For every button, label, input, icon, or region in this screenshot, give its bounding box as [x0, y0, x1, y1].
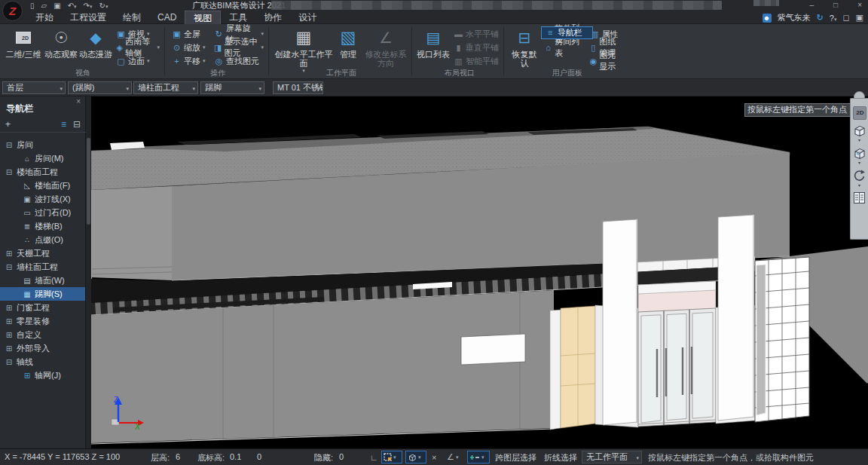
tab-cad[interactable]: CAD: [149, 11, 185, 24]
tab-project-settings[interactable]: 工程设置: [62, 11, 115, 24]
polyline-select[interactable]: 折线选择: [544, 452, 577, 463]
menu-pan[interactable]: +平移▾: [169, 54, 211, 68]
tab-collaborate[interactable]: 协作: [255, 11, 290, 24]
new-file-icon[interactable]: ▯: [30, 1, 35, 11]
tree-item-wall-surface[interactable]: ▤墙面(W): [0, 274, 85, 287]
model-viewport[interactable]: Z X: [91, 96, 868, 448]
button-manage-workplane[interactable]: ▧ 管理: [335, 24, 362, 59]
sidebar-scrollbar[interactable]: [86, 96, 91, 448]
viewport-list-button[interactable]: [853, 191, 866, 204]
tree-item-floor-surface[interactable]: ◺楼地面(F): [0, 179, 85, 192]
panel-close-icon[interactable]: ×: [76, 97, 81, 106]
collapse-icon[interactable]: ⊞: [5, 331, 14, 339]
tree-item-accent[interactable]: ∴点缀(O): [0, 233, 85, 246]
save-icon[interactable]: ▣: [53, 1, 60, 11]
tree-group-custom[interactable]: ⊞自定义: [0, 328, 85, 341]
angle-snap-toggle[interactable]: ∠▾: [445, 451, 464, 463]
workplane-dropdown[interactable]: 无工作平面▾: [582, 451, 642, 463]
dropdown-caret[interactable]: ▾: [858, 183, 860, 188]
undo-icon[interactable]: ↶▾: [68, 1, 77, 11]
menu-zoom[interactable]: ⊙缩放▾: [169, 41, 211, 54]
theme-icon[interactable]: ◻: [842, 13, 849, 23]
sync-icon[interactable]: ↻▾: [99, 1, 108, 11]
menu-element-display[interactable]: ◉图元显示: [587, 54, 627, 68]
button-create-workplane[interactable]: ▦ 创建水平工作平面 ▾: [273, 24, 335, 74]
border-line-icon: ▣: [23, 195, 32, 203]
viewport-list-icon: ▤: [426, 26, 441, 50]
scrollbar-thumb[interactable]: [87, 138, 90, 225]
tab-draw[interactable]: 绘制: [115, 11, 149, 24]
floor-selector[interactable]: 首层▾: [2, 81, 66, 94]
button-orbit[interactable]: ☉ 动态观察: [44, 24, 78, 59]
refresh-icon[interactable]: ↻: [817, 13, 824, 23]
show-selected-icon: ◨: [214, 43, 222, 53]
menu-fullscreen[interactable]: ▣全屏: [169, 27, 211, 41]
user-name[interactable]: 紫气东来: [778, 12, 811, 23]
element-type-selector[interactable]: (踢脚)▾: [68, 81, 132, 94]
button-walkthrough[interactable]: ◆ 动态漫游: [78, 24, 113, 59]
tree-item-grid[interactable]: ⊞轴网(J): [0, 369, 85, 382]
button-viewport-list[interactable]: ▤ 视口列表: [416, 24, 451, 59]
dropdown-caret[interactable]: ▾: [858, 138, 860, 142]
cancel-select-icon[interactable]: ×: [429, 451, 439, 463]
collapse-icon[interactable]: ⊞: [5, 317, 14, 326]
tree-group-axis[interactable]: ⊟轴线: [0, 355, 85, 369]
isometric-view-button[interactable]: [852, 124, 866, 138]
button-restore-default[interactable]: ⊟ 恢复默认: [508, 24, 541, 68]
restore-button[interactable]: □: [833, 1, 838, 10]
expand-icon[interactable]: ⊟: [5, 168, 14, 176]
tree-group-ceiling[interactable]: ⊞天棚工程: [0, 246, 85, 260]
selection-box-toggle[interactable]: ▾: [381, 451, 402, 463]
menu-sw-isometric[interactable]: ◈西南等轴侧▾: [113, 41, 163, 54]
tree-group-wall-column[interactable]: ⊟墙柱面工程: [0, 260, 85, 274]
expand-icon[interactable]: ⊟: [5, 263, 14, 271]
close-button[interactable]: ×: [857, 1, 862, 10]
tree-group-external-import[interactable]: ⊞外部导入: [0, 341, 85, 355]
menu-edge-face[interactable]: ▢边面▾: [113, 54, 163, 68]
menu-navbar[interactable]: ≡导航栏: [541, 26, 593, 39]
collapse-icon[interactable]: ⊞: [5, 304, 14, 312]
tree-item-stairs[interactable]: ≣楼梯(B): [0, 219, 85, 233]
expand-icon[interactable]: ⊟: [5, 141, 14, 149]
2d-view-button[interactable]: 2D: [853, 106, 866, 120]
ortho-corner-icon[interactable]: ∟: [368, 451, 381, 463]
pin-tool-icon[interactable]: +: [5, 119, 11, 130]
list-view-icon[interactable]: ≡: [61, 119, 66, 130]
panel-view-icon[interactable]: ⊟: [73, 119, 81, 130]
button-2d3d[interactable]: 2D 二维/三维: [3, 24, 44, 59]
user-avatar[interactable]: ☻: [763, 14, 772, 23]
tree-item-room[interactable]: ⌂房间(M): [0, 151, 85, 165]
polyline-track-toggle[interactable]: ▾: [467, 451, 490, 463]
view-cube-button[interactable]: [852, 146, 866, 161]
minimize-button[interactable]: –: [810, 1, 815, 10]
project-selector[interactable]: 墙柱面工程▾: [133, 81, 198, 94]
menu-room-list[interactable]: ⌂房间列表: [541, 41, 587, 54]
expand-icon[interactable]: ⊟: [5, 358, 14, 366]
orbit-rotate-button[interactable]: [852, 169, 866, 183]
menu-find-element[interactable]: ◎查找图元: [211, 54, 267, 68]
collapse-icon[interactable]: ⊞: [5, 344, 14, 353]
material-selector[interactable]: MT 01 不锈钢踢▾: [273, 81, 323, 94]
tree-group-misc-decoration[interactable]: ⊞零星装修: [0, 314, 85, 328]
collapse-icon[interactable]: ⊞: [5, 249, 14, 258]
3d-snap-toggle[interactable]: ▾: [405, 451, 426, 463]
menu-show-selected[interactable]: ◨显示选中图元▾: [211, 41, 267, 54]
tree-group-door-window[interactable]: ⊞门窗工程: [0, 301, 85, 314]
dropdown-caret[interactable]: ▾: [858, 161, 860, 165]
tree-item-skirting[interactable]: ▦踢脚(S): [0, 287, 85, 301]
app-logo[interactable]: Z: [2, 1, 23, 21]
redo-icon[interactable]: ↷▾: [84, 1, 93, 11]
tree-item-border-line[interactable]: ▣波打线(X): [0, 192, 85, 206]
tree-group-room[interactable]: ⊟房间: [0, 138, 85, 151]
tab-start[interactable]: 开始: [27, 11, 62, 24]
3d-model-view[interactable]: Z X: [91, 96, 868, 448]
tree-group-floor[interactable]: ⊟楼地面工程: [0, 165, 85, 179]
cross-layer-select[interactable]: 跨图层选择: [495, 452, 536, 463]
help-menu[interactable]: ?▾: [830, 14, 837, 23]
tree-item-threshold-stone[interactable]: ▭过门石(D): [0, 206, 85, 219]
panel-toggle-icon[interactable]: ▣: [856, 13, 863, 23]
open-file-icon[interactable]: ▱: [41, 1, 47, 11]
tab-design[interactable]: 设计: [290, 11, 325, 24]
tab-view[interactable]: 视图: [185, 11, 221, 24]
component-selector[interactable]: 踢脚▾: [200, 81, 264, 94]
